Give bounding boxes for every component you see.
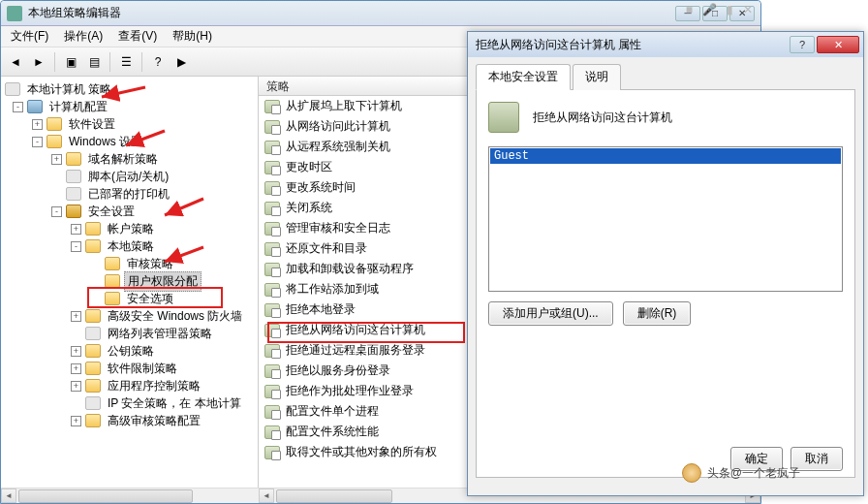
dialog-title: 拒绝从网络访问这台计算机 属性	[472, 37, 790, 53]
tab-description[interactable]: 说明	[573, 64, 621, 90]
mic-icon: 🎤	[702, 3, 717, 16]
scroll-left-icon[interactable]: ◄	[259, 488, 274, 503]
svg-line-0	[102, 87, 145, 97]
watermark-text: 头条@一个老疯子	[707, 465, 800, 482]
properties-dialog: 拒绝从网络访问这台计算机 属性 ? ✕ 本地安全设置 说明 拒绝从网络访问这台计…	[467, 31, 864, 496]
dialog-tabs: 本地安全设置 说明	[476, 63, 855, 90]
tree-scrollbar[interactable]: ◄ ►	[1, 488, 259, 503]
scroll-left-icon[interactable]: ◄	[1, 488, 16, 503]
watermark: 头条@一个老疯子	[682, 463, 800, 483]
dialog-close-button[interactable]: ✕	[817, 36, 859, 53]
users-listbox[interactable]: Guest	[488, 146, 843, 292]
camera-icon: ■	[686, 3, 693, 16]
tab-local-security[interactable]: 本地安全设置	[476, 64, 571, 90]
property-icon	[488, 102, 519, 133]
add-user-button[interactable]: 添加用户或组(U)...	[488, 301, 613, 326]
external-icons: ■ 🎤 ▮ ✕	[686, 3, 753, 16]
remove-button[interactable]: 删除(R)	[623, 301, 692, 326]
arrow-annotation	[0, 0, 465, 485]
close-icon: ✕	[743, 3, 753, 16]
tab-panel: 拒绝从网络访问这台计算机 Guest 添加用户或组(U)... 删除(R) 确定…	[476, 90, 855, 478]
svg-line-1	[126, 131, 165, 145]
svg-line-2	[165, 199, 203, 215]
dialog-help-button[interactable]: ?	[790, 36, 815, 53]
dialog-titlebar: 拒绝从网络访问这台计算机 属性 ? ✕	[468, 32, 863, 57]
avatar-icon	[682, 463, 701, 483]
svg-line-3	[165, 247, 203, 262]
listbox-item-guest[interactable]: Guest	[490, 148, 841, 164]
property-title: 拒绝从网络访问这台计算机	[533, 110, 672, 126]
bars-icon: ▮	[727, 3, 733, 16]
